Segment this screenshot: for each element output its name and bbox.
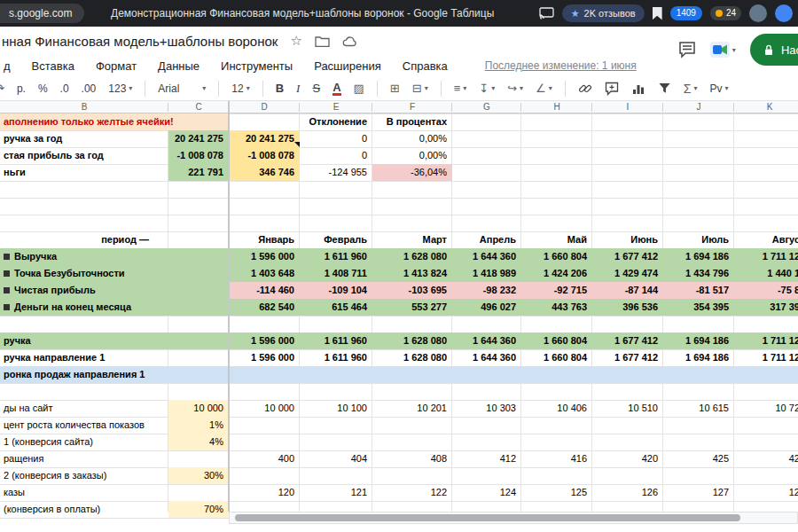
cell[interactable]: -36,04% <box>372 164 452 181</box>
cell[interactable]: В процентах <box>372 113 452 130</box>
filter-icon[interactable] <box>658 82 671 95</box>
scrollbar-thumb[interactable] <box>235 514 740 521</box>
cell[interactable]: 10 201 <box>372 400 452 417</box>
menu-item[interactable]: Расширения <box>314 59 381 73</box>
reviews-pill[interactable]: ★ 2K отзывов <box>562 4 645 22</box>
cell[interactable]: -109 104 <box>300 282 372 299</box>
cell[interactable]: 412 <box>452 450 521 467</box>
cell[interactable]: -103 695 <box>372 282 452 299</box>
profile-icon[interactable] <box>775 4 793 22</box>
cast-icon[interactable] <box>539 7 554 20</box>
cell[interactable]: Отклонение <box>300 113 372 130</box>
cell[interactable]: 127 <box>663 484 734 501</box>
cell[interactable]: 1 677 412 <box>592 332 663 349</box>
cell[interactable]: 615 464 <box>300 299 372 316</box>
italic-button[interactable]: I <box>296 82 300 96</box>
cell[interactable]: 1 677 412 <box>592 248 663 265</box>
cell[interactable]: ращения <box>0 450 168 467</box>
cell[interactable]: 404 <box>300 450 372 467</box>
cell[interactable]: 122 <box>372 484 452 501</box>
cell[interactable]: 0,00% <box>372 130 452 147</box>
cell[interactable]: 1 711 12 <box>734 332 798 349</box>
cell[interactable]: 1 440 1 <box>734 265 798 282</box>
cell[interactable]: ронка продаж направления 1 <box>0 366 168 383</box>
cell[interactable]: 1 644 360 <box>452 248 521 265</box>
menu-item[interactable]: Формат <box>96 59 137 73</box>
cell[interactable]: 1 434 796 <box>663 265 734 282</box>
text-color-button[interactable]: A <box>332 82 340 96</box>
text-rotation-button[interactable]: ∠▾ <box>536 82 552 95</box>
cell[interactable]: -81 517 <box>663 282 734 299</box>
cell[interactable]: 30% <box>168 467 229 484</box>
cell[interactable]: Май <box>521 231 592 248</box>
cell[interactable]: 1 694 186 <box>663 332 734 349</box>
cell[interactable]: 10 000 <box>229 400 300 417</box>
cell[interactable]: 1 644 360 <box>452 349 521 366</box>
comments-icon[interactable] <box>678 41 696 59</box>
cell[interactable]: Деньги на конец месяца <box>0 299 168 316</box>
cell[interactable]: 1 628 080 <box>372 332 452 349</box>
cell[interactable]: 121 <box>300 484 372 501</box>
move-folder-icon[interactable] <box>315 35 330 47</box>
cell[interactable]: 124 <box>452 484 521 501</box>
cell[interactable]: цент роста количества показов <box>0 417 168 434</box>
column-header[interactable]: E <box>300 101 372 113</box>
cell[interactable]: период — <box>0 231 168 248</box>
bold-button[interactable]: B <box>276 82 284 95</box>
cell[interactable]: 1 628 080 <box>372 248 452 265</box>
cell[interactable]: 400 <box>229 450 300 467</box>
column-header[interactable]: H <box>521 101 592 113</box>
cell[interactable]: 125 <box>521 484 592 501</box>
cell[interactable]: 10 510 <box>592 400 663 417</box>
weather-badge[interactable]: 24 <box>710 6 741 20</box>
star-outline-icon[interactable]: ☆ <box>290 33 301 49</box>
cell[interactable]: 1 418 989 <box>452 265 521 282</box>
cell[interactable]: 70% <box>168 501 229 518</box>
cell[interactable]: -114 460 <box>229 282 300 299</box>
cell[interactable]: 0 <box>300 130 372 147</box>
horizontal-align-button[interactable]: ≡▾ <box>454 82 467 95</box>
cell[interactable]: 1 429 474 <box>592 265 663 282</box>
cell[interactable]: Авгус <box>734 231 798 248</box>
cell[interactable]: -124 955 <box>300 164 372 181</box>
cell[interactable]: 4% <box>168 434 229 450</box>
cell[interactable]: 1 660 804 <box>521 248 592 265</box>
cell[interactable]: ды на сайт <box>0 400 168 417</box>
cell[interactable]: 496 027 <box>452 299 521 316</box>
menu-item[interactable]: Данные <box>158 59 200 73</box>
cell[interactable]: 408 <box>372 450 452 467</box>
cell[interactable]: 20 241 275 <box>229 130 300 147</box>
cell[interactable]: 10 000 <box>168 400 229 417</box>
cell[interactable] <box>168 113 229 130</box>
bookmark-icon[interactable] <box>653 7 662 20</box>
menu-item[interactable]: Вставка <box>32 59 74 73</box>
cell[interactable]: 0 <box>300 147 372 164</box>
cell[interactable]: 42 <box>734 450 798 467</box>
menu-item[interactable]: д <box>4 59 11 73</box>
cell[interactable]: ньги <box>0 164 168 181</box>
functions-button[interactable]: Σ▾ <box>684 82 698 96</box>
merge-cells-button[interactable]: ⊟▾ <box>412 82 428 95</box>
increase-decimal-button[interactable]: .00 <box>82 82 97 95</box>
cell[interactable]: 1 596 000 <box>229 248 300 265</box>
cell[interactable]: 1 413 824 <box>372 265 452 282</box>
last-edit-link[interactable]: Последнее изменение: 1 июня <box>485 59 637 72</box>
column-header[interactable]: K <box>734 101 798 113</box>
cell[interactable]: 1 611 960 <box>300 332 372 349</box>
redo-icon[interactable]: ↷ <box>0 82 4 95</box>
cell[interactable]: 120 <box>229 484 300 501</box>
doc-title[interactable]: нная Финансовая модель+шаблоны воронок <box>2 34 278 49</box>
cell[interactable]: 1 677 412 <box>592 349 663 366</box>
borders-button[interactable]: ⊞ <box>390 82 400 95</box>
cell[interactable]: 1 (конверсия сайта) <box>0 434 168 450</box>
insert-comment-icon[interactable] <box>605 82 619 96</box>
cell[interactable]: Июнь <box>592 231 663 248</box>
cell[interactable]: 12 <box>734 484 798 501</box>
cell[interactable]: -1 008 078 <box>168 147 229 164</box>
cell[interactable]: ручка <box>0 332 168 349</box>
strikethrough-button[interactable]: S <box>312 82 320 95</box>
cell[interactable]: 420 <box>592 450 663 467</box>
cloud-status-icon[interactable] <box>342 35 357 47</box>
cell[interactable]: (конверсия в оплаты) <box>0 501 168 518</box>
more-button[interactable]: Рv▾ <box>709 82 728 95</box>
